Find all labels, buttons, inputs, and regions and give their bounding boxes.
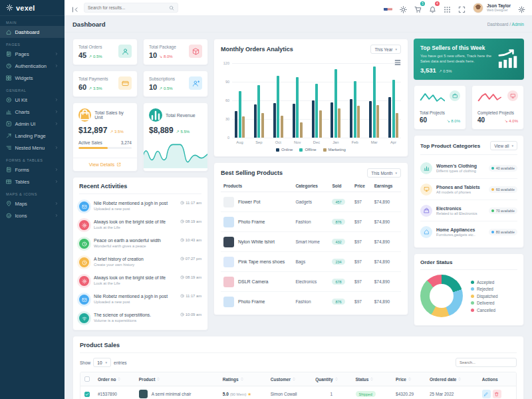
activity-item[interactable]: Nile Robetz mentioned a jogh in post Upl… [79, 290, 201, 309]
breadcrumb-root[interactable]: Dashboard [487, 22, 509, 27]
best-selling-row[interactable]: Photo Frame Fashion 876 $97 $74,890 [221, 212, 401, 232]
bar-online[interactable] [235, 111, 237, 138]
bar-offline[interactable] [239, 91, 241, 138]
activity-item[interactable]: Always look on the bright side of life L… [79, 215, 201, 234]
order-status-legend-cancelled[interactable]: Cancelled [471, 308, 498, 313]
column-header-products[interactable]: Products [221, 180, 293, 192]
sidebar-collapse-icon[interactable] [71, 4, 78, 11]
sidebar-item-tables[interactable]: Tables [0, 176, 65, 188]
category-item-phones-and-tablets[interactable]: Phones and Tablets All models of phones … [420, 178, 517, 200]
sidebar-item-icons[interactable]: Icons [0, 209, 65, 221]
bar-offline[interactable] [277, 76, 279, 138]
categories-filter-select[interactable]: View all▾ [490, 141, 517, 150]
column-header-product[interactable]: Product [135, 372, 219, 386]
legend-item-offline[interactable]: Offline [299, 148, 316, 152]
best-selling-row[interactable]: Flower Pot Gadgets 457 $97 $74,890 [221, 192, 401, 212]
monthly-filter-select[interactable]: This Year▾ [370, 45, 401, 54]
bar-offline[interactable] [296, 77, 299, 138]
activity-item[interactable]: A brief history of creation Create your … [79, 253, 201, 271]
sidebar-item-forms[interactable]: Forms [0, 164, 65, 176]
activity-item[interactable]: Always look on the bright side of life L… [79, 271, 201, 290]
fullscreen-icon[interactable] [458, 4, 466, 11]
bar-marketing[interactable] [357, 106, 360, 138]
view-details-link[interactable]: View Details [73, 158, 137, 171]
bar-online[interactable] [312, 100, 315, 138]
legend-item-marketing[interactable]: Marketing [323, 148, 346, 152]
notifications-bell-icon[interactable]: 4 [429, 4, 436, 11]
activity-item[interactable]: Peace on earth a wonderful width Wonderf… [79, 234, 201, 253]
order-row[interactable]: #1537890 A semi minimal chair 5.0 (90 Me… [80, 386, 516, 399]
table-search-input[interactable] [456, 358, 517, 367]
bar-online[interactable] [293, 104, 295, 138]
sidebar-item-maps[interactable]: Maps [0, 198, 65, 209]
bar-marketing[interactable] [281, 116, 283, 138]
theme-sun-icon[interactable] [400, 4, 407, 11]
column-header-ratings[interactable]: Ratings [219, 372, 267, 386]
column-header-ordered-date[interactable]: Ordered date [426, 372, 478, 386]
language-flag-icon[interactable] [384, 5, 392, 11]
entries-select[interactable]: 10▾ [93, 358, 111, 367]
bar-offline[interactable] [354, 81, 356, 138]
bar-offline[interactable] [315, 84, 318, 138]
column-header-earnings[interactable]: Earnings [372, 180, 401, 192]
column-header-order-no[interactable]: Order no [94, 372, 135, 386]
row-checkbox[interactable] [84, 392, 90, 397]
chart-menu-icon[interactable] [394, 57, 401, 62]
bar-online[interactable] [331, 102, 333, 138]
bar-online[interactable] [350, 99, 352, 138]
sidebar-item-authentication[interactable]: Authentication [0, 60, 65, 72]
category-item-home-appliances[interactable]: Home Appliances Furnitures,gadgets etc..… [420, 221, 517, 242]
order-status-legend-delivered[interactable]: Delivered [471, 301, 498, 305]
sidebar-item-ui-kit[interactable]: UI Kit [0, 94, 65, 106]
select-all-checkbox[interactable] [84, 376, 90, 382]
column-header-customer[interactable]: Customer [267, 372, 311, 386]
apps-grid-icon[interactable] [444, 4, 451, 11]
bar-marketing[interactable] [396, 113, 398, 138]
bar-online[interactable] [369, 101, 372, 138]
sidebar-item-widgets[interactable]: Widgets [0, 72, 65, 84]
category-item-women-s-clothing[interactable]: Women's Clothing Differnt types of cloth… [420, 158, 517, 178]
sidebar-item-admin-ui[interactable]: Admin UI [0, 118, 65, 130]
bar-marketing[interactable] [261, 113, 264, 138]
column-header-quantity[interactable]: Quantity [311, 372, 351, 386]
column-header-categories[interactable]: Categories [293, 180, 329, 192]
sidebar-item-dashboard[interactable]: Dashboard [0, 26, 65, 38]
bar-marketing[interactable] [319, 110, 322, 138]
cart-icon[interactable]: 5 [414, 4, 422, 11]
delete-button[interactable] [493, 390, 501, 398]
bar-offline[interactable] [334, 69, 337, 138]
bar-online[interactable] [388, 97, 391, 138]
column-header-sold[interactable]: Sold [329, 180, 352, 192]
sidebar-item-landing-page[interactable]: Landing Page [0, 130, 65, 142]
activity-item[interactable]: Nile Robetz mentioned a jogh in post Upl… [79, 197, 201, 215]
bar-marketing[interactable] [376, 105, 379, 138]
column-header-status[interactable]: Status [352, 372, 392, 386]
bar-online[interactable] [273, 103, 276, 138]
order-status-legend-dispatched[interactable]: Dispatched [471, 294, 498, 299]
best-selling-filter-select[interactable]: This Month▾ [367, 168, 401, 178]
column-header-price[interactable]: Price [352, 180, 372, 192]
bar-marketing[interactable] [338, 108, 340, 138]
category-item-electronics[interactable]: Electronics Related to all Electronics 7… [420, 200, 517, 221]
bar-offline[interactable] [257, 85, 260, 138]
bar-marketing[interactable] [300, 122, 303, 138]
edit-button[interactable] [482, 390, 491, 398]
order-status-legend-accepted[interactable]: Accepted [471, 280, 498, 285]
legend-item-online[interactable]: Online [276, 148, 293, 152]
user-menu[interactable]: Json Taylor Web Designer [473, 3, 511, 13]
bar-offline[interactable] [373, 66, 376, 138]
app-logo[interactable]: vexel [0, 0, 65, 16]
settings-gear-icon[interactable] [518, 4, 525, 11]
sidebar-item-pages[interactable]: Pages [0, 48, 65, 60]
bar-marketing[interactable] [242, 116, 245, 138]
column-header-actions[interactable]: Actions [478, 372, 516, 386]
order-status-legend-rejected[interactable]: Rejected [471, 287, 498, 291]
sidebar-item-charts[interactable]: Charts [0, 106, 65, 118]
best-selling-row[interactable]: Nylon White tshirt Smart Home 432 $97 $7… [221, 232, 401, 252]
best-selling-row[interactable]: Photo Frame Fashion 876 $97 $74,890 [221, 292, 401, 312]
column-header-price[interactable]: Price [392, 372, 426, 386]
best-selling-row[interactable]: Pink Tape mens shoes Bags 234 $97 $74,89… [221, 252, 401, 272]
sidebar-item-nested-menu[interactable]: Nested Menu [0, 142, 65, 154]
search-input[interactable] [88, 5, 166, 10]
bar-online[interactable] [254, 104, 257, 138]
